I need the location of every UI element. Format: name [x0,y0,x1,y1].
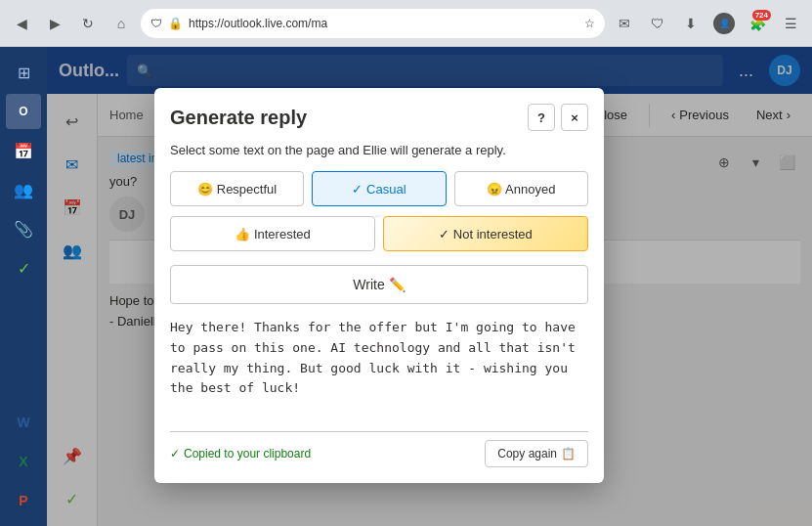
annoyed-label: 😠 Annoyed [487,182,555,197]
back-button[interactable]: ◀ [8,10,35,37]
sidebar-item-excel[interactable]: X [6,444,41,479]
badge-button[interactable]: 🧩 724 [744,10,771,37]
sidebar-item-tasks[interactable]: ✓ [6,250,41,285]
main-content: Outlo... 🔍 ... DJ ↩ ✉ 📅 👥 📌 ✓ [47,47,812,526]
sidebar-item-people[interactable]: 👥 [6,172,41,207]
browser-chrome: ◀ ▶ ↻ ⌂ 🛡 🔒 https://outlook.live.com/ma … [0,0,812,47]
menu-button[interactable]: ☰ [777,10,804,37]
home-button[interactable]: ⌂ [107,10,135,37]
modal-footer: ✓ Copied to your clipboard Copy again 📋 [170,440,588,467]
badge-count: 724 [752,10,771,21]
url-bar[interactable]: 🛡 🔒 https://outlook.live.com/ma ☆ [141,9,605,38]
app-layout: ⊞ O 📅 👥 📎 ✓ W X P Outlo... 🔍 ... DJ ↩ ✉ … [0,47,812,526]
copy-again-label: Copy again [497,447,557,460]
interested-label: 👍 Interested [235,227,310,241]
user-button[interactable]: 👤 [710,10,738,37]
modal-close-button[interactable]: × [561,104,588,131]
modal-overlay: Generate reply ? × Select some text on t… [47,47,812,526]
modal-header-buttons: ? × [528,104,588,131]
sidebar-item-outlook[interactable]: O [6,94,41,129]
sidebar-item-attachments[interactable]: 📎 [6,211,41,246]
casual-label: ✓ Casual [352,182,406,197]
tone-respectful-button[interactable]: 😊 Respectful [170,171,304,206]
lock-icon: 🔒 [168,17,183,30]
sentiment-selector: 👍 Interested ✓ Not interested [170,216,588,251]
help-button[interactable]: ? [528,104,555,131]
sidebar: ⊞ O 📅 👥 📎 ✓ W X P [0,47,47,526]
mail-button[interactable]: ✉ [611,10,638,37]
clipboard-icon: 📋 [561,447,576,460]
refresh-button[interactable]: ↻ [74,10,102,37]
bitwarden-button[interactable]: 🛡 [644,10,671,37]
not-interested-label: ✓ Not interested [439,227,533,241]
question-icon: ? [537,110,545,125]
copy-again-button[interactable]: Copy again 📋 [485,440,588,467]
sidebar-item-word[interactable]: W [6,405,41,440]
reply-separator [170,431,588,432]
generate-reply-modal: Generate reply ? × Select some text on t… [154,88,604,483]
forward-button[interactable]: ▶ [41,10,68,37]
modal-subtitle: Select some text on the page and Ellie w… [170,143,588,157]
url-text: https://outlook.live.com/ma [189,17,327,30]
sidebar-item-calendar[interactable]: 📅 [6,133,41,168]
write-button[interactable]: Write ✏️ [170,265,588,304]
write-label: Write ✏️ [353,277,405,292]
not-interested-button[interactable]: ✓ Not interested [383,216,588,251]
interested-button[interactable]: 👍 Interested [170,216,375,251]
download-button[interactable]: ⬇ [677,10,705,37]
copied-label: Copied to your clipboard [184,447,311,460]
star-icon: ☆ [584,17,595,30]
shield-icon: 🛡 [150,17,162,30]
respectful-label: 😊 Respectful [197,182,277,197]
sidebar-item-powerpoint[interactable]: P [6,483,41,518]
browser-icons: ✉ 🛡 ⬇ 👤 🧩 724 ☰ [611,10,804,37]
modal-header: Generate reply ? × [170,104,588,131]
tone-casual-button[interactable]: ✓ Casual [312,171,446,206]
tone-selector: 😊 Respectful ✓ Casual 😠 Annoyed [170,171,588,206]
reply-text-area[interactable] [170,318,588,419]
modal-title: Generate reply [170,107,307,129]
tone-annoyed-button[interactable]: 😠 Annoyed [454,171,588,206]
copied-status: ✓ Copied to your clipboard [170,447,311,460]
apps-grid-icon[interactable]: ⊞ [6,55,41,90]
check-icon: ✓ [170,447,180,460]
close-icon: × [571,110,578,125]
